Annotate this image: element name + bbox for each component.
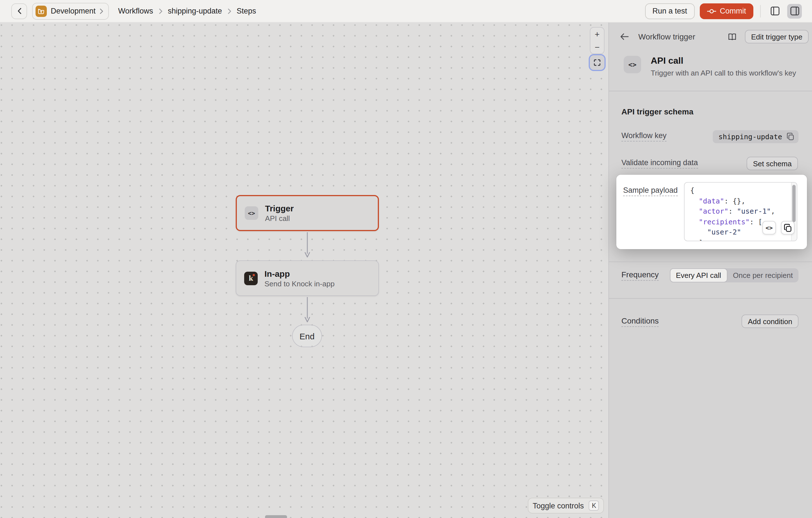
zoom-controls: + − bbox=[590, 27, 605, 54]
add-condition-button[interactable]: Add condition bbox=[742, 314, 799, 328]
run-test-button[interactable]: Run a test bbox=[645, 3, 694, 19]
workflow-key-row: Workflow key shipping-update bbox=[621, 130, 799, 143]
commit-button-label: Commit bbox=[720, 7, 746, 15]
workflow-editor-app: Development Workflows shipping-update St… bbox=[0, 0, 812, 518]
breadcrumb-workflows[interactable]: Workflows bbox=[118, 7, 153, 15]
fit-view-icon bbox=[594, 59, 601, 66]
sample-payload-label: Sample payload bbox=[623, 186, 678, 196]
breadcrumb-workflow-key[interactable]: shipping-update bbox=[168, 7, 222, 15]
topbar-right: Run a test Commit bbox=[645, 3, 802, 19]
edit-trigger-type-button[interactable]: Edit trigger type bbox=[745, 30, 809, 43]
section-divider bbox=[609, 298, 812, 299]
arrow-left-icon bbox=[620, 33, 629, 40]
sample-payload-spotlight: Sample payload { "data": {}, "actor": "u… bbox=[616, 175, 807, 249]
edge-inapp-to-end bbox=[304, 297, 311, 323]
inapp-node[interactable]: k In-app Send to Knock in-app bbox=[236, 261, 379, 296]
trigger-node[interactable]: <> Trigger API call bbox=[236, 195, 379, 231]
trigger-node-texts: Trigger API call bbox=[265, 204, 294, 223]
editor-scrollbar-thumb[interactable] bbox=[792, 185, 796, 222]
back-button[interactable] bbox=[11, 3, 27, 19]
copy-icon bbox=[787, 132, 794, 140]
chevron-right-icon bbox=[228, 8, 231, 14]
chevron-right-icon bbox=[159, 8, 162, 14]
toggle-controls-label: Toggle controls bbox=[532, 501, 584, 510]
trigger-type-summary: <> API call Trigger with an API call to … bbox=[624, 56, 796, 77]
edge-trigger-to-inapp bbox=[304, 232, 311, 258]
panel-back-button[interactable] bbox=[618, 31, 631, 42]
topbar-left: Development Workflows shipping-update St… bbox=[11, 3, 256, 20]
format-code-button[interactable]: <> bbox=[762, 221, 776, 235]
git-commit-icon bbox=[707, 8, 716, 14]
trigger-type-description: Trigger with an API call to this workflo… bbox=[651, 69, 796, 77]
section-divider bbox=[609, 262, 812, 262]
keyboard-shortcut-badge: K bbox=[589, 500, 599, 511]
schema-section-heading: API trigger schema bbox=[621, 107, 693, 116]
inapp-node-title: In-app bbox=[264, 269, 335, 278]
frequency-option-every-api-call[interactable]: Every API call bbox=[670, 268, 727, 282]
code-icon: <> bbox=[624, 56, 641, 73]
commit-button[interactable]: Commit bbox=[699, 3, 753, 19]
workflow-key-pill: shipping-update bbox=[713, 130, 799, 143]
toast-peek bbox=[265, 515, 287, 518]
trigger-type-texts: API call Trigger with an API call to thi… bbox=[651, 56, 796, 77]
panel-right-icon bbox=[790, 6, 799, 16]
trigger-type-title: API call bbox=[651, 56, 796, 66]
copy-payload-button[interactable] bbox=[781, 221, 794, 235]
trigger-node-subtitle: API call bbox=[265, 214, 294, 223]
panel-title: Workflow trigger bbox=[638, 32, 695, 41]
set-schema-button[interactable]: Set schema bbox=[747, 157, 798, 170]
frequency-row: Frequency Every API call Once per recipi… bbox=[621, 268, 799, 282]
environment-folder-icon bbox=[35, 5, 47, 17]
copy-workflow-key-button[interactable] bbox=[787, 132, 794, 140]
conditions-label: Conditions bbox=[621, 316, 659, 327]
end-node-label: End bbox=[299, 331, 314, 341]
zoom-out-button[interactable]: − bbox=[590, 40, 604, 54]
topbar: Development Workflows shipping-update St… bbox=[0, 0, 812, 23]
trigger-node-title: Trigger bbox=[265, 204, 294, 213]
breadcrumb: Workflows shipping-update Steps bbox=[118, 7, 256, 15]
frequency-label: Frequency bbox=[621, 270, 659, 281]
toggle-controls-button[interactable]: Toggle controls K bbox=[528, 498, 604, 514]
fit-view-button[interactable] bbox=[590, 55, 605, 70]
validate-row: Validate incoming data Set schema bbox=[621, 157, 798, 170]
inapp-node-subtitle: Send to Knock in-app bbox=[264, 279, 335, 288]
chevron-left-icon bbox=[17, 8, 21, 14]
breadcrumb-steps[interactable]: Steps bbox=[236, 7, 256, 15]
workflow-key-label: Workflow key bbox=[621, 131, 667, 142]
json-code: { "data": {}, "actor": "user-1", "recipi… bbox=[685, 183, 797, 241]
book-icon bbox=[728, 33, 736, 40]
workflow-key-value: shipping-update bbox=[718, 132, 782, 141]
toggle-right-panel-button[interactable] bbox=[787, 4, 802, 18]
copy-icon bbox=[784, 223, 792, 232]
knock-logo-icon: k bbox=[244, 271, 258, 285]
end-node[interactable]: End bbox=[292, 325, 322, 347]
zoom-in-button[interactable]: + bbox=[590, 28, 604, 40]
frequency-segmented-control: Every API call Once per recipient bbox=[670, 268, 799, 282]
docs-button[interactable] bbox=[726, 31, 739, 42]
panel-left-icon bbox=[770, 6, 780, 16]
inapp-node-texts: In-app Send to Knock in-app bbox=[264, 269, 335, 288]
topbar-divider bbox=[760, 5, 761, 17]
environment-label: Development bbox=[51, 7, 95, 15]
workflow-trigger-panel: Workflow trigger Edit trigger type <> AP… bbox=[608, 23, 812, 518]
frequency-option-once-per-recipient[interactable]: Once per recipient bbox=[727, 268, 799, 282]
toggle-left-panel-button[interactable] bbox=[767, 4, 782, 18]
workflow-canvas[interactable]: <> Trigger API call k In-app Send to Kno… bbox=[0, 23, 608, 518]
conditions-row: Conditions Add condition bbox=[621, 314, 799, 328]
panel-header: Workflow trigger Edit trigger type bbox=[609, 23, 812, 51]
section-divider bbox=[609, 91, 812, 91]
code-icon: <> bbox=[245, 206, 258, 220]
chevron-right-icon bbox=[99, 8, 103, 14]
environment-switcher[interactable]: Development bbox=[32, 3, 109, 20]
knock-dot bbox=[253, 274, 255, 276]
validate-label: Validate incoming data bbox=[621, 158, 698, 169]
sample-payload-editor[interactable]: { "data": {}, "actor": "user-1", "recipi… bbox=[684, 182, 798, 241]
